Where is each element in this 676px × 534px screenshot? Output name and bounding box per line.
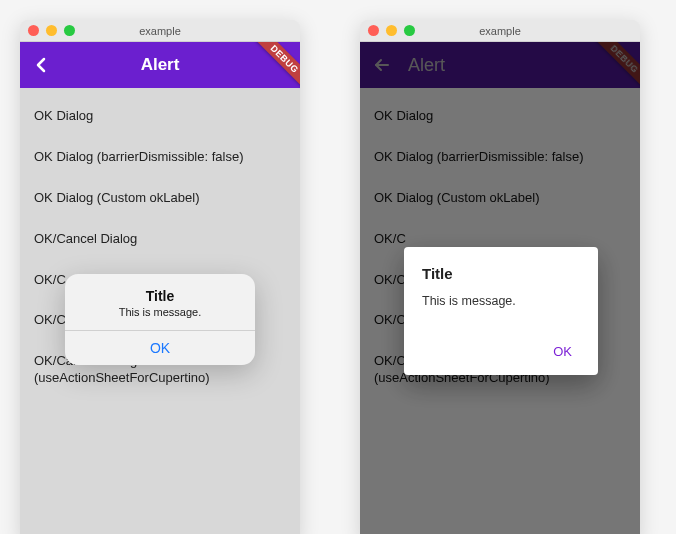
alert-title: Title [77, 288, 243, 304]
traffic-lights [28, 25, 75, 36]
ok-button[interactable]: OK [65, 331, 255, 365]
ok-button[interactable]: OK [543, 336, 582, 367]
minimize-button[interactable] [46, 25, 57, 36]
close-button[interactable] [368, 25, 379, 36]
macos-titlebar: example [20, 20, 300, 42]
macos-titlebar: example [360, 20, 640, 42]
app-viewport-android: Alert DEBUG OK Dialog OK Dialog (barrier… [360, 42, 640, 534]
close-button[interactable] [28, 25, 39, 36]
minimize-button[interactable] [386, 25, 397, 36]
macos-window-android: example Alert DEBUG OK Dialog OK Dialog … [360, 20, 640, 534]
material-alert-dialog: Title This is message. OK [404, 247, 598, 375]
app-viewport-ios: Alert DEBUG OK Dialog OK Dialog (barrier… [20, 42, 300, 534]
alert-content: Title This is message. [65, 274, 255, 330]
alert-message: This is message. [422, 294, 582, 308]
alert-actions: OK [422, 336, 582, 367]
alert-message: This is message. [77, 306, 243, 318]
macos-window-ios: example Alert DEBUG OK Dialog OK Dialog … [20, 20, 300, 534]
alert-title: Title [422, 265, 582, 282]
traffic-lights [368, 25, 415, 36]
maximize-button[interactable] [404, 25, 415, 36]
maximize-button[interactable] [64, 25, 75, 36]
cupertino-alert-dialog: Title This is message. OK [65, 274, 255, 365]
